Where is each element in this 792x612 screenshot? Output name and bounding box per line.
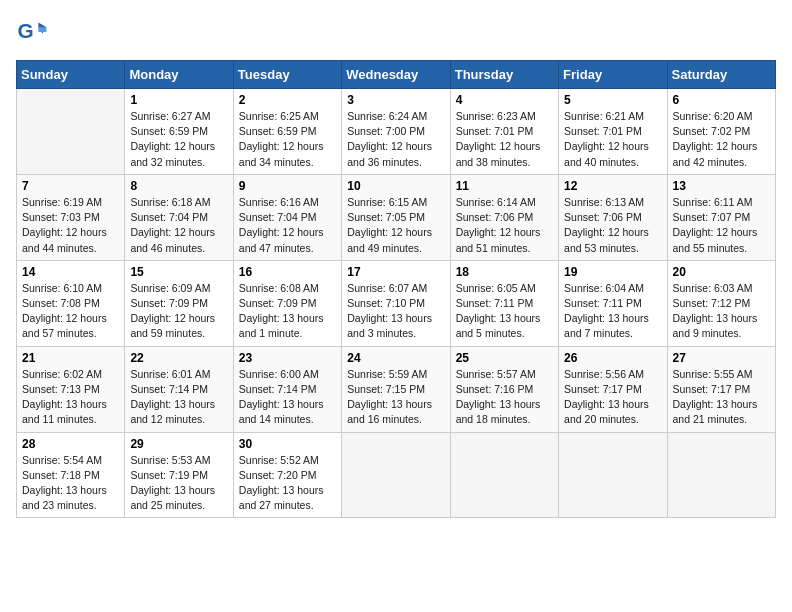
calendar-cell (342, 432, 450, 518)
day-info: Sunrise: 6:03 AM Sunset: 7:12 PM Dayligh… (673, 281, 770, 342)
weekday-header: Tuesday (233, 61, 341, 89)
calendar-cell: 1Sunrise: 6:27 AM Sunset: 6:59 PM Daylig… (125, 89, 233, 175)
day-number: 11 (456, 179, 553, 193)
day-number: 1 (130, 93, 227, 107)
calendar-cell: 13Sunrise: 6:11 AM Sunset: 7:07 PM Dayli… (667, 174, 775, 260)
day-number: 27 (673, 351, 770, 365)
calendar-cell: 11Sunrise: 6:14 AM Sunset: 7:06 PM Dayli… (450, 174, 558, 260)
calendar-body: 1Sunrise: 6:27 AM Sunset: 6:59 PM Daylig… (17, 89, 776, 518)
day-number: 18 (456, 265, 553, 279)
day-info: Sunrise: 6:18 AM Sunset: 7:04 PM Dayligh… (130, 195, 227, 256)
day-number: 10 (347, 179, 444, 193)
day-info: Sunrise: 6:08 AM Sunset: 7:09 PM Dayligh… (239, 281, 336, 342)
calendar-cell: 23Sunrise: 6:00 AM Sunset: 7:14 PM Dayli… (233, 346, 341, 432)
weekday-header: Monday (125, 61, 233, 89)
calendar-cell: 15Sunrise: 6:09 AM Sunset: 7:09 PM Dayli… (125, 260, 233, 346)
day-number: 14 (22, 265, 119, 279)
day-number: 12 (564, 179, 661, 193)
day-number: 21 (22, 351, 119, 365)
day-info: Sunrise: 6:27 AM Sunset: 6:59 PM Dayligh… (130, 109, 227, 170)
svg-text:G: G (18, 19, 34, 42)
day-info: Sunrise: 6:07 AM Sunset: 7:10 PM Dayligh… (347, 281, 444, 342)
day-number: 2 (239, 93, 336, 107)
calendar-cell: 10Sunrise: 6:15 AM Sunset: 7:05 PM Dayli… (342, 174, 450, 260)
day-number: 4 (456, 93, 553, 107)
calendar-cell: 4Sunrise: 6:23 AM Sunset: 7:01 PM Daylig… (450, 89, 558, 175)
day-number: 19 (564, 265, 661, 279)
calendar-cell: 25Sunrise: 5:57 AM Sunset: 7:16 PM Dayli… (450, 346, 558, 432)
day-info: Sunrise: 6:16 AM Sunset: 7:04 PM Dayligh… (239, 195, 336, 256)
day-info: Sunrise: 6:04 AM Sunset: 7:11 PM Dayligh… (564, 281, 661, 342)
day-info: Sunrise: 6:24 AM Sunset: 7:00 PM Dayligh… (347, 109, 444, 170)
day-number: 3 (347, 93, 444, 107)
calendar-cell: 9Sunrise: 6:16 AM Sunset: 7:04 PM Daylig… (233, 174, 341, 260)
calendar-cell: 17Sunrise: 6:07 AM Sunset: 7:10 PM Dayli… (342, 260, 450, 346)
calendar-week-row: 21Sunrise: 6:02 AM Sunset: 7:13 PM Dayli… (17, 346, 776, 432)
logo-icon: G (16, 16, 48, 48)
weekday-header: Sunday (17, 61, 125, 89)
calendar-week-row: 14Sunrise: 6:10 AM Sunset: 7:08 PM Dayli… (17, 260, 776, 346)
calendar-cell: 8Sunrise: 6:18 AM Sunset: 7:04 PM Daylig… (125, 174, 233, 260)
day-info: Sunrise: 6:13 AM Sunset: 7:06 PM Dayligh… (564, 195, 661, 256)
day-number: 6 (673, 93, 770, 107)
day-number: 8 (130, 179, 227, 193)
day-info: Sunrise: 6:02 AM Sunset: 7:13 PM Dayligh… (22, 367, 119, 428)
calendar-cell: 3Sunrise: 6:24 AM Sunset: 7:00 PM Daylig… (342, 89, 450, 175)
day-number: 29 (130, 437, 227, 451)
calendar-cell: 12Sunrise: 6:13 AM Sunset: 7:06 PM Dayli… (559, 174, 667, 260)
weekday-header: Wednesday (342, 61, 450, 89)
calendar-cell: 2Sunrise: 6:25 AM Sunset: 6:59 PM Daylig… (233, 89, 341, 175)
day-number: 5 (564, 93, 661, 107)
calendar-cell: 18Sunrise: 6:05 AM Sunset: 7:11 PM Dayli… (450, 260, 558, 346)
day-info: Sunrise: 5:59 AM Sunset: 7:15 PM Dayligh… (347, 367, 444, 428)
day-info: Sunrise: 5:57 AM Sunset: 7:16 PM Dayligh… (456, 367, 553, 428)
day-number: 15 (130, 265, 227, 279)
calendar-table: SundayMondayTuesdayWednesdayThursdayFrid… (16, 60, 776, 518)
calendar-cell: 7Sunrise: 6:19 AM Sunset: 7:03 PM Daylig… (17, 174, 125, 260)
day-info: Sunrise: 6:09 AM Sunset: 7:09 PM Dayligh… (130, 281, 227, 342)
day-info: Sunrise: 6:05 AM Sunset: 7:11 PM Dayligh… (456, 281, 553, 342)
day-info: Sunrise: 6:15 AM Sunset: 7:05 PM Dayligh… (347, 195, 444, 256)
day-number: 7 (22, 179, 119, 193)
day-number: 20 (673, 265, 770, 279)
day-number: 26 (564, 351, 661, 365)
day-number: 9 (239, 179, 336, 193)
day-number: 23 (239, 351, 336, 365)
day-info: Sunrise: 6:11 AM Sunset: 7:07 PM Dayligh… (673, 195, 770, 256)
calendar-cell: 27Sunrise: 5:55 AM Sunset: 7:17 PM Dayli… (667, 346, 775, 432)
day-info: Sunrise: 5:52 AM Sunset: 7:20 PM Dayligh… (239, 453, 336, 514)
calendar-cell: 5Sunrise: 6:21 AM Sunset: 7:01 PM Daylig… (559, 89, 667, 175)
weekday-header: Thursday (450, 61, 558, 89)
calendar-cell (559, 432, 667, 518)
calendar-cell: 20Sunrise: 6:03 AM Sunset: 7:12 PM Dayli… (667, 260, 775, 346)
day-info: Sunrise: 5:54 AM Sunset: 7:18 PM Dayligh… (22, 453, 119, 514)
logo: G (16, 16, 52, 48)
weekday-row: SundayMondayTuesdayWednesdayThursdayFrid… (17, 61, 776, 89)
day-number: 16 (239, 265, 336, 279)
day-info: Sunrise: 6:21 AM Sunset: 7:01 PM Dayligh… (564, 109, 661, 170)
calendar-cell: 16Sunrise: 6:08 AM Sunset: 7:09 PM Dayli… (233, 260, 341, 346)
day-number: 30 (239, 437, 336, 451)
calendar-week-row: 1Sunrise: 6:27 AM Sunset: 6:59 PM Daylig… (17, 89, 776, 175)
calendar-cell: 24Sunrise: 5:59 AM Sunset: 7:15 PM Dayli… (342, 346, 450, 432)
day-info: Sunrise: 6:00 AM Sunset: 7:14 PM Dayligh… (239, 367, 336, 428)
day-info: Sunrise: 6:25 AM Sunset: 6:59 PM Dayligh… (239, 109, 336, 170)
day-number: 22 (130, 351, 227, 365)
day-number: 24 (347, 351, 444, 365)
day-number: 13 (673, 179, 770, 193)
calendar-cell: 6Sunrise: 6:20 AM Sunset: 7:02 PM Daylig… (667, 89, 775, 175)
day-info: Sunrise: 6:23 AM Sunset: 7:01 PM Dayligh… (456, 109, 553, 170)
calendar-cell: 22Sunrise: 6:01 AM Sunset: 7:14 PM Dayli… (125, 346, 233, 432)
calendar-cell: 19Sunrise: 6:04 AM Sunset: 7:11 PM Dayli… (559, 260, 667, 346)
day-number: 28 (22, 437, 119, 451)
calendar-week-row: 7Sunrise: 6:19 AM Sunset: 7:03 PM Daylig… (17, 174, 776, 260)
calendar-header: SundayMondayTuesdayWednesdayThursdayFrid… (17, 61, 776, 89)
day-number: 25 (456, 351, 553, 365)
page-header: G (16, 16, 776, 48)
calendar-cell: 28Sunrise: 5:54 AM Sunset: 7:18 PM Dayli… (17, 432, 125, 518)
calendar-week-row: 28Sunrise: 5:54 AM Sunset: 7:18 PM Dayli… (17, 432, 776, 518)
weekday-header: Saturday (667, 61, 775, 89)
day-info: Sunrise: 6:20 AM Sunset: 7:02 PM Dayligh… (673, 109, 770, 170)
day-info: Sunrise: 5:53 AM Sunset: 7:19 PM Dayligh… (130, 453, 227, 514)
day-info: Sunrise: 6:14 AM Sunset: 7:06 PM Dayligh… (456, 195, 553, 256)
